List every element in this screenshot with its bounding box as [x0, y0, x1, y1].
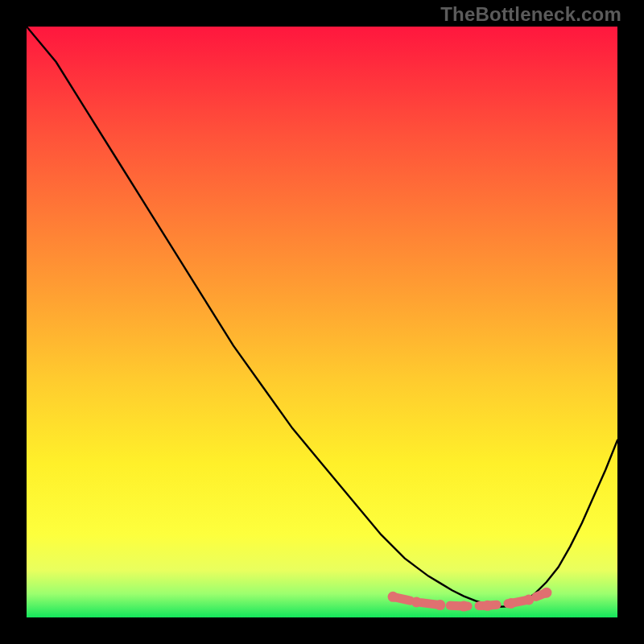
chart-svg: [27, 27, 617, 617]
marker-dot: [435, 600, 445, 610]
curve-path: [27, 27, 617, 607]
bottleneck-curve: [27, 27, 617, 607]
marker-dot: [459, 601, 469, 612]
marker-dot: [388, 592, 398, 602]
watermark-label: TheBottleneck.com: [440, 3, 621, 26]
marker-dot: [506, 598, 516, 609]
outer-frame: TheBottleneck.com: [0, 0, 644, 644]
plot-area: [27, 27, 617, 617]
marker-dot: [523, 595, 534, 605]
marker-dot: [482, 601, 493, 611]
marker-dot: [411, 597, 422, 607]
marker-dot: [541, 588, 551, 598]
